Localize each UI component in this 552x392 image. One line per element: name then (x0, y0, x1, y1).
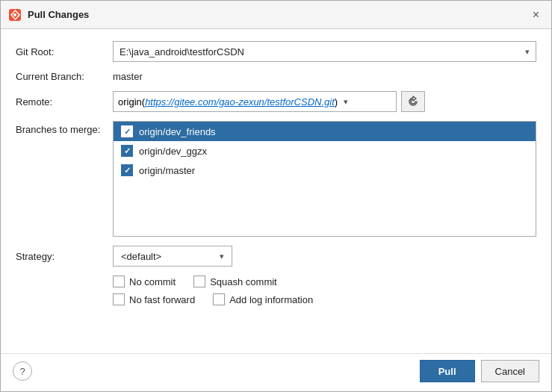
no-fast-forward-label: No fast forward (129, 294, 195, 305)
branch-checkbox-dev-ggzx[interactable] (121, 145, 133, 157)
git-root-row: Git Root: E:\java_android\testforCSDN ▾ (16, 41, 536, 62)
remote-row: Remote: origin(https://gitee.com/gao-zex… (16, 91, 536, 112)
current-branch-row: Current Branch: master (16, 71, 536, 82)
no-fast-forward-checkbox[interactable] (113, 293, 125, 305)
strategy-arrow-icon: ▾ (220, 252, 224, 261)
remote-controls: origin(https://gitee.com/gao-zexun/testf… (113, 91, 425, 112)
current-branch-label: Current Branch: (16, 71, 113, 82)
cancel-button[interactable]: Cancel (481, 360, 539, 382)
add-log-label: Add log information (229, 294, 313, 305)
titlebar: Pull Changes × (1, 1, 551, 29)
help-icon: ? (19, 366, 25, 377)
branches-list: origin/dev_friends origin/dev_ggzx origi… (113, 121, 536, 237)
squash-commit-label: Squash commit (210, 276, 277, 287)
options-row-2: No fast forward Add log information (16, 293, 536, 305)
add-log-checkbox[interactable] (213, 293, 225, 305)
add-log-option[interactable]: Add log information (213, 293, 313, 305)
branches-row: Branches to merge: origin/dev_friends or… (16, 121, 536, 237)
dialog-content: Git Root: E:\java_android\testforCSDN ▾ … (1, 29, 551, 353)
squash-commit-option[interactable]: Squash commit (193, 276, 277, 287)
no-commit-label: No commit (129, 276, 176, 287)
pull-button[interactable]: Pull (420, 360, 475, 382)
git-root-value: E:\java_android\testforCSDN (120, 46, 244, 57)
no-fast-forward-option[interactable]: No fast forward (113, 293, 195, 305)
branch-item-master[interactable]: origin/master (114, 161, 536, 180)
refresh-button[interactable] (401, 91, 425, 112)
pull-changes-dialog: Pull Changes × Git Root: E:\java_android… (0, 0, 552, 392)
git-root-select[interactable]: E:\java_android\testforCSDN ▾ (113, 41, 536, 62)
branch-name-master: origin/master (139, 165, 195, 176)
branch-name-dev-friends: origin/dev_friends (139, 126, 216, 137)
branch-name-dev-ggzx: origin/dev_ggzx (139, 146, 207, 157)
svg-point-1 (13, 13, 16, 16)
remote-arrow-icon: ▾ (344, 97, 348, 107)
options-row-1: No commit Squash commit (16, 276, 536, 287)
branches-label: Branches to merge: (16, 121, 113, 135)
help-button[interactable]: ? (13, 361, 32, 381)
git-icon (8, 8, 22, 22)
strategy-value: <default> (121, 251, 161, 262)
no-commit-option[interactable]: No commit (113, 276, 176, 287)
strategy-row: Strategy: <default> ▾ (16, 246, 536, 267)
git-root-label: Git Root: (16, 46, 113, 57)
remote-url: https://gitee.com/gao-zexun/testforCSDN.… (145, 96, 335, 108)
current-branch-value: master (113, 71, 143, 82)
remote-select[interactable]: origin(https://gitee.com/gao-zexun/testf… (113, 91, 397, 112)
footer: ? Pull Cancel (1, 353, 551, 391)
dialog-title: Pull Changes (28, 9, 528, 20)
git-root-arrow-icon: ▾ (525, 47, 530, 57)
branch-checkbox-dev-friends[interactable] (121, 125, 133, 137)
squash-commit-checkbox[interactable] (193, 276, 205, 287)
strategy-label: Strategy: (16, 251, 113, 262)
no-commit-checkbox[interactable] (113, 276, 125, 287)
remote-origin: origin (118, 96, 142, 108)
branch-checkbox-master[interactable] (121, 164, 133, 176)
branch-item-dev-friends[interactable]: origin/dev_friends (114, 122, 536, 141)
strategy-select[interactable]: <default> ▾ (113, 246, 232, 267)
refresh-icon (407, 96, 419, 108)
remote-label: Remote: (16, 96, 113, 108)
branch-item-dev-ggzx[interactable]: origin/dev_ggzx (114, 141, 536, 161)
close-button[interactable]: × (528, 7, 544, 23)
